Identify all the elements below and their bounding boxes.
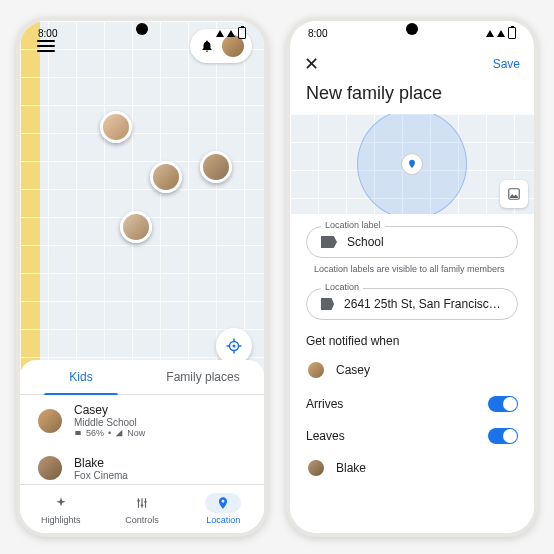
svg-point-1 bbox=[233, 345, 236, 348]
crosshair-icon bbox=[225, 337, 243, 355]
field-value: School bbox=[347, 235, 384, 249]
status-icons bbox=[216, 27, 246, 39]
label-hint: Location labels are visible to all famil… bbox=[290, 262, 534, 276]
camera-cutout bbox=[136, 23, 148, 35]
battery-small-icon bbox=[74, 429, 82, 437]
map-pin-person-3[interactable] bbox=[200, 151, 232, 183]
phone-left: 8:00 bbox=[16, 17, 268, 537]
tab-family-places[interactable]: Family places bbox=[142, 360, 264, 394]
notify-section-title: Get notified when bbox=[290, 324, 534, 352]
kid-location: Middle School bbox=[74, 417, 248, 428]
location-field[interactable]: Location 2641 25th St, San Francisco, CA… bbox=[306, 288, 518, 320]
page-header: ✕ Save bbox=[290, 45, 534, 83]
phone-right: 8:00 ✕ Save New family place Location la… bbox=[286, 17, 538, 537]
avatar-blake bbox=[306, 458, 326, 478]
tag-icon bbox=[321, 236, 337, 248]
battery-icon bbox=[508, 27, 516, 39]
nav-location[interactable]: Location bbox=[183, 489, 264, 529]
toggle-leaves[interactable] bbox=[488, 428, 518, 444]
kid-location: Fox Cinema bbox=[74, 470, 248, 481]
camera-cutout bbox=[406, 23, 418, 35]
sparkle-icon bbox=[54, 496, 68, 510]
map-pin-person-1[interactable] bbox=[100, 111, 132, 143]
svg-point-4 bbox=[141, 504, 143, 506]
signal-icon bbox=[227, 30, 235, 37]
svg-rect-2 bbox=[75, 431, 80, 435]
kid-row-casey[interactable]: Casey Middle School 56% • Now bbox=[20, 395, 264, 446]
locate-me-button[interactable] bbox=[216, 328, 252, 364]
sheet-tabs: Kids Family places bbox=[20, 360, 264, 395]
field-label: Location bbox=[321, 282, 363, 292]
nav-highlights[interactable]: Highlights bbox=[20, 489, 101, 529]
center-marker[interactable] bbox=[401, 153, 423, 175]
sliders-icon bbox=[135, 496, 149, 510]
field-label: Location label bbox=[321, 220, 385, 230]
member-casey: Casey bbox=[290, 352, 534, 388]
clock: 8:00 bbox=[308, 28, 327, 39]
map-view[interactable] bbox=[20, 21, 264, 376]
field-value: 2641 25th St, San Francisco, CA 9... bbox=[344, 297, 503, 311]
wifi-icon bbox=[216, 30, 224, 37]
wifi-icon bbox=[486, 30, 494, 37]
avatar-blake bbox=[36, 454, 64, 482]
trigger-leaves: Leaves bbox=[290, 420, 534, 452]
trigger-label: Arrives bbox=[306, 397, 478, 411]
bottom-sheet: Kids Family places Casey Middle School 5… bbox=[20, 360, 264, 533]
screen-left: 8:00 bbox=[20, 21, 264, 533]
map-pin-person-4[interactable] bbox=[120, 211, 152, 243]
member-name: Blake bbox=[336, 461, 518, 475]
signal-icon bbox=[497, 30, 505, 37]
location-pin-icon bbox=[216, 496, 230, 510]
svg-point-3 bbox=[137, 500, 139, 502]
nav-controls[interactable]: Controls bbox=[101, 489, 182, 529]
image-button[interactable] bbox=[500, 180, 528, 208]
tab-kids[interactable]: Kids bbox=[20, 360, 142, 394]
save-button[interactable]: Save bbox=[493, 57, 520, 71]
toggle-arrives[interactable] bbox=[488, 396, 518, 412]
bottom-nav: Highlights Controls Location bbox=[20, 484, 264, 533]
close-icon[interactable]: ✕ bbox=[304, 53, 324, 75]
avatar-casey bbox=[306, 360, 326, 380]
location-label-field[interactable]: Location label School bbox=[306, 226, 518, 258]
image-icon bbox=[507, 187, 521, 201]
kid-name: Casey bbox=[74, 403, 248, 417]
trigger-label: Leaves bbox=[306, 429, 478, 443]
page-title: New family place bbox=[290, 83, 534, 114]
member-name: Casey bbox=[336, 363, 518, 377]
status-icons bbox=[486, 27, 516, 39]
pin-icon bbox=[407, 159, 417, 169]
map-grid bbox=[20, 21, 264, 376]
battery-icon bbox=[238, 27, 246, 39]
map-pin-person-2[interactable] bbox=[150, 161, 182, 193]
trigger-arrives: Arrives bbox=[290, 388, 534, 420]
avatar-casey bbox=[36, 407, 64, 435]
clock: 8:00 bbox=[38, 28, 57, 39]
member-blake: Blake bbox=[290, 452, 534, 486]
kid-name: Blake bbox=[74, 456, 248, 470]
svg-point-5 bbox=[144, 501, 146, 503]
tag-icon bbox=[321, 298, 334, 310]
kid-meta: 56% • Now bbox=[74, 428, 248, 438]
kid-row-blake[interactable]: Blake Fox Cinema bbox=[20, 446, 264, 484]
screen-right: 8:00 ✕ Save New family place Location la… bbox=[290, 21, 534, 533]
radius-map[interactable] bbox=[290, 114, 534, 214]
signal-small-icon bbox=[115, 429, 123, 437]
